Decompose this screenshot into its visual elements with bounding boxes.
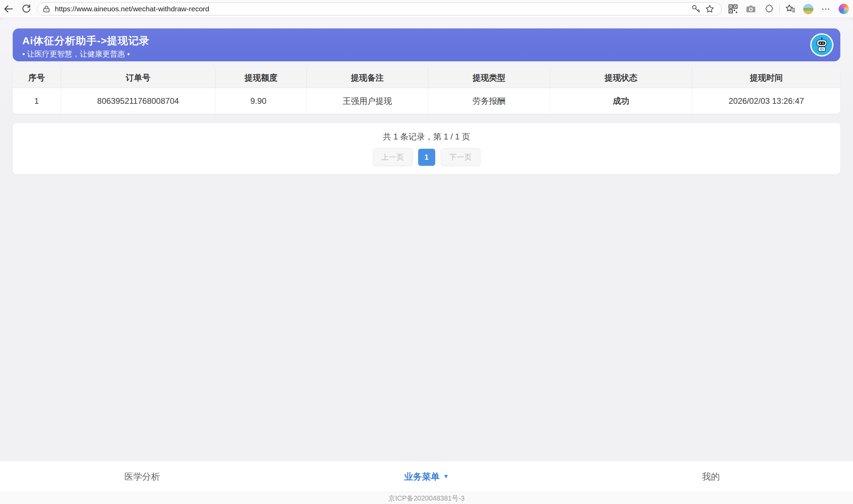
current-page-button[interactable]: 1 [418,149,435,166]
cell-time: 2026/02/03 13:26:47 [692,88,840,114]
col-header-status: 提现状态 [550,68,692,88]
cell-amount: 9.90 [216,88,307,114]
back-button[interactable] [1,2,16,16]
browser-toolbar: https://www.aineuos.net/wechat-withdraw-… [0,0,853,18]
col-header-order-no: 订单号 [61,68,216,88]
address-url-input[interactable]: https://www.aineuos.net/wechat-withdraw-… [55,5,689,13]
refresh-button[interactable] [19,2,34,16]
page-header-banner: Ai体征分析助手->提现记录 • 让医疗更智慧，让健康更普惠 • [13,28,840,61]
copilot-button[interactable] [837,2,851,16]
col-header-time: 提现时间 [692,68,840,88]
nav-item-business-menu[interactable]: 业务菜单 ▼ [284,461,569,492]
web-page: Ai体征分析助手->提现记录 • 让医疗更智慧，让健康更普惠 • [0,18,853,504]
screenshot-camera-button[interactable] [744,2,758,16]
icp-number: 京ICP备2020048381号-3 [388,494,464,503]
star-icon [705,4,715,14]
withdraw-records-table: 序号 订单号 提现额度 提现备注 提现类型 提现状态 提现时间 1 806395… [13,68,840,114]
pagination-card: 共 1 条记录，第 1 / 1 页 上一页 1 下一页 [13,123,840,174]
site-lock-icon[interactable] [42,5,51,13]
page-subtitle: • 让医疗更智慧，让健康更普惠 • [22,49,130,59]
settings-menu-button[interactable]: ⋯ [819,2,833,16]
back-arrow-icon [3,3,14,14]
favorites-hub-button[interactable] [783,2,797,16]
next-page-button[interactable]: 下一页 [441,148,480,166]
nav-label: 医学分析 [124,471,160,483]
nav-label: 业务菜单 [404,471,440,483]
nav-label: 我的 [702,471,720,483]
table-row: 1 806395211768008704 9.90 王强用户提现 劳务报酬 成功… [13,88,840,114]
col-header-type: 提现类型 [428,68,550,88]
nav-item-mine[interactable]: 我的 [569,461,853,492]
records-summary: 共 1 条记录，第 1 / 1 页 [13,131,840,142]
col-header-remark: 提现备注 [306,68,428,88]
col-header-amount: 提现额度 [216,68,307,88]
cell-order-no: 806395211768008704 [61,88,216,114]
ellipsis-icon: ⋯ [821,5,831,12]
camera-icon [746,4,756,14]
withdraw-records-table-card: 序号 订单号 提现额度 提现备注 提现类型 提现状态 提现时间 1 806395… [13,68,840,114]
table-header-row: 序号 订单号 提现额度 提现备注 提现类型 提现状态 提现时间 [13,68,840,88]
toolbar-right-icons: ⋯ [726,2,851,16]
address-bar[interactable]: https://www.aineuos.net/wechat-withdraw-… [37,2,722,15]
pagination-buttons: 上一页 1 下一页 [13,148,840,166]
profile-avatar [803,4,814,14]
chevron-down-icon: ▼ [443,473,449,480]
favorites-list-star-icon [785,4,795,14]
toolbar-divider [779,4,780,13]
qr-code-icon [729,4,738,13]
key-icon [691,4,701,14]
cell-remark: 王强用户提现 [306,88,428,114]
icp-footer: 京ICP备2020048381号-3 [0,492,853,504]
refresh-icon [21,4,32,14]
qr-code-button[interactable] [726,2,740,16]
bottom-navigation: 医学分析 业务菜单 ▼ 我的 [0,461,853,492]
col-header-index: 序号 [13,68,61,88]
cell-status status-badge: 成功 [550,88,692,114]
prev-page-button[interactable]: 上一页 [373,148,413,166]
robot-doctor-avatar [810,33,833,57]
page-title: Ai体征分析助手->提现记录 [22,34,150,48]
cell-index: 1 [13,88,61,114]
favorite-star-button[interactable] [703,3,717,15]
cell-type: 劳务报酬 [428,88,550,114]
extensions-button[interactable] [761,2,776,16]
puzzle-icon [764,4,773,14]
password-key-button[interactable] [689,3,703,15]
robot-icon [814,37,830,53]
nav-item-medical-analysis[interactable]: 医学分析 [0,461,284,492]
profile-avatar-button[interactable] [801,2,815,16]
copilot-icon [839,4,849,14]
